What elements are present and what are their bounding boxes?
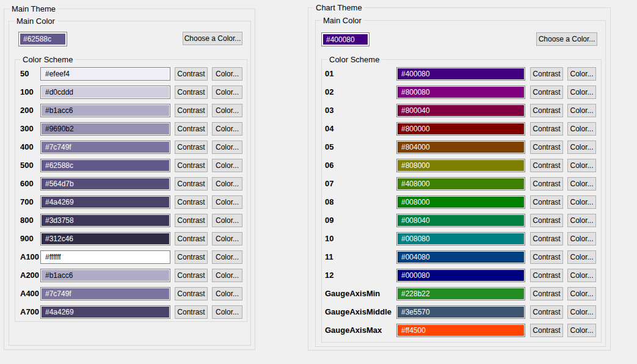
color-value-field[interactable]: #4a4269	[40, 305, 170, 319]
contrast-button[interactable]: Contrast	[175, 305, 208, 319]
choose-color-button[interactable]: Choose a Color...	[536, 32, 597, 46]
color-value-field[interactable]: #3e5570	[396, 305, 525, 319]
contrast-button[interactable]: Contrast	[530, 324, 563, 337]
color-button[interactable]: Color...	[212, 305, 242, 319]
color-value-field[interactable]: #312c46	[40, 232, 170, 246]
color-value-field[interactable]: #3d3758	[40, 214, 170, 227]
color-value-field[interactable]: #000080	[396, 269, 525, 282]
color-value-field[interactable]: #b1acc6	[40, 269, 170, 282]
contrast-button[interactable]: Contrast	[530, 269, 563, 282]
color-value-field[interactable]: #800000	[396, 122, 525, 136]
color-button[interactable]: Color...	[212, 287, 242, 300]
contrast-button[interactable]: Contrast	[530, 250, 563, 264]
color-button[interactable]: Color...	[567, 250, 596, 264]
color-button[interactable]: Color...	[212, 269, 242, 282]
contrast-button[interactable]: Contrast	[175, 250, 208, 264]
color-value-field[interactable]: #d0cddd	[40, 86, 170, 99]
main-theme-color-scheme-group: Color Scheme 50 #efeef4 Contrast Color..…	[15, 59, 247, 322]
color-value-field[interactable]: #808000	[396, 159, 525, 172]
color-button[interactable]: Color...	[567, 214, 596, 227]
color-scheme-row: 11 #004080 Contrast Color...	[322, 250, 601, 269]
color-button[interactable]: Color...	[212, 195, 242, 209]
contrast-button[interactable]: Contrast	[175, 232, 208, 246]
color-value-field[interactable]: #804000	[396, 140, 525, 154]
color-button[interactable]: Color...	[567, 159, 596, 172]
color-value-field[interactable]: #004080	[396, 250, 525, 264]
contrast-button[interactable]: Contrast	[175, 195, 208, 209]
color-button[interactable]: Color...	[567, 140, 596, 154]
contrast-button[interactable]: Contrast	[175, 140, 208, 154]
contrast-button[interactable]: Contrast	[530, 214, 563, 227]
color-value-field[interactable]: #7c749f	[40, 140, 170, 154]
color-button[interactable]: Color...	[567, 305, 596, 319]
contrast-button[interactable]: Contrast	[175, 104, 208, 117]
contrast-button[interactable]: Contrast	[530, 122, 563, 136]
color-button[interactable]: Color...	[212, 86, 242, 99]
color-value-field[interactable]: #4a4269	[40, 195, 170, 209]
color-value-field[interactable]: #228b22	[396, 287, 525, 300]
color-value-field[interactable]: #efeef4	[40, 67, 170, 81]
color-value-field[interactable]: #ff4500	[396, 324, 525, 337]
main-color-value-field[interactable]: #62588c	[18, 32, 67, 46]
contrast-button[interactable]: Contrast	[175, 177, 208, 191]
color-value-field[interactable]: #ffffff	[40, 250, 170, 264]
contrast-button[interactable]: Contrast	[530, 232, 563, 246]
contrast-button[interactable]: Contrast	[175, 269, 208, 282]
color-value-field[interactable]: #408000	[396, 177, 525, 191]
color-button[interactable]: Color...	[567, 324, 596, 337]
color-button[interactable]: Color...	[212, 67, 242, 81]
contrast-button[interactable]: Contrast	[175, 159, 208, 172]
theme-settings-page: Main Theme Main Color #62588c Choose a C…	[0, 0, 637, 364]
color-value-field[interactable]: #008080	[396, 232, 525, 246]
color-button[interactable]: Color...	[567, 232, 596, 246]
contrast-button[interactable]: Contrast	[175, 67, 208, 81]
color-button[interactable]: Color...	[567, 269, 596, 282]
contrast-button[interactable]: Contrast	[530, 287, 563, 300]
contrast-button[interactable]: Contrast	[530, 104, 563, 117]
color-value-field[interactable]: #9690b2	[40, 122, 170, 136]
color-button[interactable]: Color...	[212, 250, 242, 264]
color-button[interactable]: Color...	[567, 177, 596, 191]
contrast-button[interactable]: Contrast	[530, 159, 563, 172]
color-button[interactable]: Color...	[212, 177, 242, 191]
color-button[interactable]: Color...	[212, 104, 242, 117]
contrast-button[interactable]: Contrast	[175, 86, 208, 99]
color-value-field[interactable]: #564d7b	[40, 177, 170, 191]
color-value-field[interactable]: #400080	[396, 67, 525, 81]
color-scheme-row: 04 #800000 Contrast Color...	[322, 122, 601, 140]
color-key-label: A200	[20, 269, 40, 282]
contrast-button[interactable]: Contrast	[175, 122, 208, 136]
color-button[interactable]: Color...	[212, 159, 242, 172]
choose-color-button[interactable]: Choose a Color...	[183, 32, 242, 45]
color-value-field[interactable]: #b1acc6	[40, 104, 170, 117]
color-key-label: 100	[20, 86, 40, 99]
color-value-field[interactable]: #800080	[396, 86, 525, 99]
color-value-field[interactable]: #008000	[396, 195, 525, 209]
color-value-field[interactable]: #008040	[396, 214, 525, 227]
contrast-button[interactable]: Contrast	[530, 195, 563, 209]
color-button[interactable]: Color...	[567, 122, 596, 136]
contrast-button[interactable]: Contrast	[530, 86, 563, 99]
color-key-label: 500	[20, 159, 40, 172]
color-value-field[interactable]: #62588c	[40, 159, 170, 172]
contrast-button[interactable]: Contrast	[175, 214, 208, 227]
color-button[interactable]: Color...	[212, 140, 242, 154]
color-button[interactable]: Color...	[212, 122, 242, 136]
color-scheme-row: 50 #efeef4 Contrast Color...	[15, 67, 247, 86]
main-theme-main-color-group: Main Color #62588c Choose a Color... Col…	[9, 21, 251, 346]
color-button[interactable]: Color...	[212, 214, 242, 227]
color-button[interactable]: Color...	[212, 232, 242, 246]
color-value-field[interactable]: #800040	[396, 104, 525, 117]
contrast-button[interactable]: Contrast	[530, 140, 563, 154]
color-value-field[interactable]: #7c749f	[40, 287, 170, 300]
color-button[interactable]: Color...	[567, 104, 596, 117]
color-button[interactable]: Color...	[567, 287, 596, 300]
contrast-button[interactable]: Contrast	[530, 177, 563, 191]
contrast-button[interactable]: Contrast	[175, 287, 208, 300]
contrast-button[interactable]: Contrast	[530, 67, 563, 81]
contrast-button[interactable]: Contrast	[530, 305, 563, 319]
color-button[interactable]: Color...	[567, 195, 596, 209]
color-button[interactable]: Color...	[567, 67, 596, 81]
color-button[interactable]: Color...	[567, 86, 596, 99]
main-color-value-field[interactable]: #400080	[321, 32, 369, 46]
